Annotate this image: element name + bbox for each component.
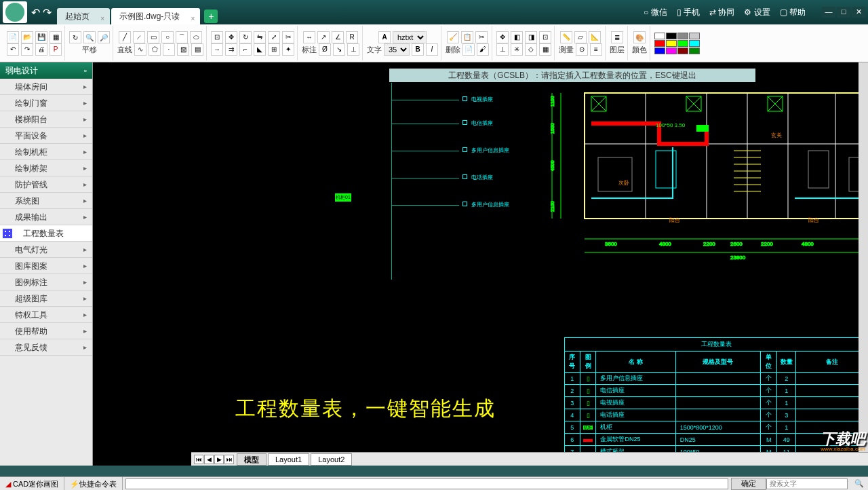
print-button[interactable]: 🖨	[35, 43, 47, 56]
arc-button[interactable]: ⌒	[176, 31, 188, 43]
paste-button[interactable]: 📄	[462, 43, 475, 56]
chamfer-button[interactable]: ◣	[254, 43, 266, 56]
sidebar-item-feedback[interactable]: 意见反馈	[0, 339, 92, 356]
line-button[interactable]: ╱	[119, 31, 131, 43]
layout-prev-button[interactable]: ◀	[204, 455, 214, 464]
dim-linear-button[interactable]: ↔	[303, 31, 315, 43]
snap-button[interactable]: ⊡	[539, 31, 551, 43]
region-button[interactable]: ▤	[191, 43, 203, 56]
italic-button[interactable]: I	[426, 43, 438, 56]
dim-angle-button[interactable]: ∠	[332, 31, 344, 43]
undo-button[interactable]: ↶	[7, 43, 19, 56]
layout-tab-2[interactable]: Layout2	[311, 453, 352, 466]
grip-button[interactable]: ◧	[511, 31, 523, 43]
array-button[interactable]: ⊞	[268, 43, 280, 56]
sidebar-item-system[interactable]: 系统图	[0, 193, 92, 209]
sidebar-item-wall[interactable]: 墙体房间	[0, 79, 92, 95]
save-button[interactable]: 💾	[35, 31, 47, 43]
sidebar-item-library[interactable]: 图库图案	[0, 258, 92, 274]
settings-link[interactable]: ⚙ 设置	[744, 7, 770, 18]
sidebar-item-help[interactable]: 使用帮助	[0, 323, 92, 339]
fontsize-select[interactable]: 350	[384, 43, 410, 56]
area-button[interactable]: ▱	[574, 31, 587, 43]
offset-button[interactable]: ⇉	[225, 43, 237, 56]
sidebar-item-equipment[interactable]: 平面设备	[0, 128, 92, 144]
zoom-out-button[interactable]: 🔎	[98, 31, 110, 43]
scale-button[interactable]: ⤢	[268, 31, 280, 43]
leader-button[interactable]: ↘	[333, 43, 345, 56]
tab-example-dwg[interactable]: 示例图.dwg-只读×	[111, 8, 200, 24]
open-button[interactable]: 📂	[21, 31, 33, 43]
circle-button[interactable]: ○	[161, 31, 174, 43]
zoom-in-button[interactable]: 🔍	[83, 31, 96, 43]
command-input[interactable]	[125, 478, 728, 489]
refresh-button[interactable]: ↻	[69, 31, 81, 43]
point-button[interactable]: ·	[163, 43, 175, 56]
explode-button[interactable]: ✦	[282, 43, 294, 56]
search-input[interactable]	[766, 478, 848, 489]
dist-button[interactable]: 📏	[560, 31, 572, 43]
sidebar-item-door[interactable]: 绘制门窗	[0, 95, 92, 111]
sidebar-item-privilege[interactable]: 特权工具	[0, 307, 92, 323]
wechat-link[interactable]: ○ 微信	[644, 7, 667, 18]
sidebar-item-lighting[interactable]: 电气灯光	[0, 242, 92, 258]
copy2-button[interactable]: 📋	[461, 31, 473, 43]
nav-back-icon[interactable]: ↶	[31, 6, 40, 19]
list-button[interactable]: ≡	[590, 43, 602, 56]
move-button[interactable]: ✥	[225, 31, 237, 43]
sidebar-item-cabinet[interactable]: 绘制机柜	[0, 144, 92, 160]
layer-button[interactable]: ≣	[611, 31, 623, 43]
rect-button[interactable]: ▭	[147, 31, 159, 43]
close-icon[interactable]: ×	[100, 11, 104, 27]
export-button[interactable]: ▦	[50, 31, 62, 43]
dim-aligned-button[interactable]: ↗	[317, 31, 330, 43]
grid-button[interactable]: ▦	[539, 43, 551, 56]
sidebar-item-tray[interactable]: 绘制桥架	[0, 160, 92, 176]
erase-button[interactable]: 🧹	[447, 31, 459, 43]
mirror-button[interactable]: ⇋	[254, 31, 266, 43]
dim-diameter-button[interactable]: Ø	[319, 43, 331, 56]
spline-button[interactable]: ∿	[134, 43, 146, 56]
dim-ord-button[interactable]: ⊥	[347, 43, 359, 56]
id-button[interactable]: ⊙	[576, 43, 588, 56]
close-icon[interactable]: ×	[191, 11, 195, 27]
redo-button[interactable]: ↷	[21, 43, 33, 56]
vertical-scrollbar[interactable]	[859, 62, 868, 452]
new-button[interactable]: 📄	[7, 31, 19, 43]
ellipse-button[interactable]: ⬭	[190, 31, 202, 43]
user-avatar[interactable]	[3, 1, 27, 23]
layout-next-button[interactable]: ▶	[214, 455, 224, 464]
maximize-button[interactable]: □	[837, 7, 850, 18]
bold-button[interactable]: B	[412, 43, 424, 56]
layout-first-button[interactable]: ⏮	[194, 455, 203, 464]
hatch-button[interactable]: ▨	[177, 43, 189, 56]
move-grip-button[interactable]: ✥	[496, 31, 509, 43]
shortcut-link[interactable]: ⚡快捷命令表	[64, 477, 123, 490]
color-button[interactable]: 🎨	[633, 31, 646, 43]
ortho-button[interactable]: ⊥	[496, 43, 509, 56]
collab-link[interactable]: ⇄ 协同	[709, 7, 734, 18]
layout-tab-model[interactable]: 模型	[237, 453, 267, 466]
sidebar-item-legend[interactable]: 图例标注	[0, 274, 92, 290]
close-button[interactable]: ✕	[852, 7, 865, 18]
sidebar-item-schedule[interactable]: 工程数量表	[0, 225, 92, 242]
polygon-button[interactable]: ⬠	[149, 43, 161, 56]
extend-button[interactable]: →	[211, 43, 223, 56]
nav-forward-icon[interactable]: ↷	[43, 6, 52, 19]
sidebar-item-superlib[interactable]: 超级图库	[0, 290, 92, 307]
app-name[interactable]: ◢ CAD迷你画图	[0, 477, 64, 490]
polyline-button[interactable]: ⟋	[133, 31, 145, 43]
fillet-button[interactable]: ⌐	[239, 43, 252, 56]
phone-link[interactable]: ▯ 手机	[677, 7, 700, 18]
font-select[interactable]: hztxt	[393, 31, 427, 43]
minimize-button[interactable]: —	[822, 7, 835, 18]
cut-button[interactable]: ✂	[475, 31, 488, 43]
sidebar-item-stair[interactable]: 楼梯阳台	[0, 111, 92, 128]
layout-last-button[interactable]: ⏭	[224, 455, 234, 464]
sidebar-item-output[interactable]: 成果输出	[0, 209, 92, 225]
tab-start[interactable]: 起始页×	[57, 8, 110, 24]
match-button[interactable]: 🖌	[477, 43, 489, 56]
layout-tab-1[interactable]: Layout1	[268, 453, 309, 466]
drawing-canvas[interactable]: 工程数量表（GCSLB）：请指定插入工程数量表的位置，ESC键退出 机柜01 电…	[93, 62, 868, 466]
polar-button[interactable]: ✳	[511, 43, 523, 56]
